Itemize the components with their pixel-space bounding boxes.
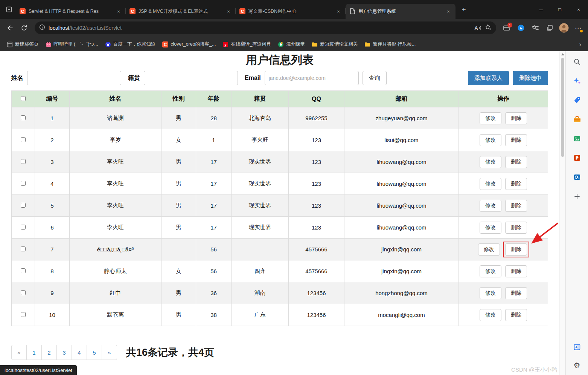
bookmark-item[interactable]: y在线翻译_有道词典 xyxy=(219,40,274,49)
row-checkbox[interactable] xyxy=(21,268,26,273)
column-header: QQ xyxy=(289,91,344,107)
row-edit-button[interactable]: 修改 xyxy=(480,112,501,124)
query-button[interactable]: 查询 xyxy=(363,71,387,85)
row-checkbox[interactable] xyxy=(21,203,26,208)
row-delete-button[interactable]: 删除 xyxy=(505,178,527,190)
row-edit-button[interactable]: 修改 xyxy=(480,156,501,168)
pagination-page[interactable]: 2 xyxy=(41,345,57,360)
pagination-page[interactable]: 4 xyxy=(72,345,87,360)
row-checkbox[interactable] xyxy=(21,246,26,251)
favorite-star-icon[interactable] xyxy=(485,24,492,32)
tab-close-icon[interactable]: × xyxy=(335,8,342,15)
row-checkbox[interactable] xyxy=(21,290,26,295)
row-delete-button[interactable]: 删除 xyxy=(505,200,527,212)
row-edit-button[interactable]: 修改 xyxy=(480,134,501,146)
row-edit-button[interactable]: 修改 xyxy=(480,200,501,212)
collections-icon[interactable] xyxy=(543,21,556,34)
bookmark-item[interactable]: Cclover_oreo的博客_... xyxy=(159,40,219,49)
row-delete-button[interactable]: 删除 xyxy=(505,287,527,299)
shopping-tag-icon[interactable] xyxy=(571,94,583,106)
row-checkbox[interactable] xyxy=(21,312,26,317)
profile-avatar[interactable] xyxy=(557,21,571,34)
row-edit-button[interactable]: 修改 xyxy=(480,309,501,321)
annotation-red-box: 删除 xyxy=(503,242,529,257)
read-aloud-icon[interactable]: A xyxy=(474,25,481,31)
select-all-checkbox[interactable] xyxy=(21,96,26,101)
close-button[interactable]: × xyxy=(569,0,588,19)
bookmark-item[interactable]: 潭州课堂 xyxy=(275,40,308,49)
bookmark-item[interactable]: 新建标签页 xyxy=(4,40,42,49)
toolbox-icon[interactable] xyxy=(571,113,583,126)
back-icon[interactable] xyxy=(3,21,17,34)
row-edit-button[interactable]: 修改 xyxy=(480,222,501,234)
row-edit-button[interactable]: 修改 xyxy=(480,178,501,190)
tab-close-icon[interactable]: × xyxy=(115,8,122,15)
row-delete-button[interactable]: 删除 xyxy=(505,222,527,234)
bookmark-item[interactable]: 新冠疫情论文相关 xyxy=(309,40,361,49)
row-checkbox[interactable] xyxy=(21,137,26,142)
bookmark-item[interactable]: 百度一下，你就知道 xyxy=(102,40,159,49)
maximize-button[interactable]: □ xyxy=(550,0,569,19)
copilot-icon[interactable] xyxy=(571,75,583,87)
tab-actions-menu-icon[interactable] xyxy=(3,3,15,15)
pagination-page[interactable]: 3 xyxy=(56,345,72,360)
name-input[interactable] xyxy=(27,71,121,85)
delete-selected-button[interactable]: 删除选中 xyxy=(513,71,548,85)
image-creator-icon[interactable] xyxy=(571,133,583,145)
add-tool-icon[interactable] xyxy=(571,190,583,202)
sidebar-search-icon[interactable] xyxy=(571,56,583,68)
address-bar[interactable]: localhost/test02/userListServlet A xyxy=(35,21,496,34)
row-delete-button[interactable]: 删除 xyxy=(505,156,527,168)
bookmark-label: 在线翻译_有道词典 xyxy=(231,41,271,47)
row-delete-button[interactable]: 删除 xyxy=(505,265,527,277)
cell-hometown: 现实世界 xyxy=(232,173,289,195)
bookmark-item[interactable]: 暂伴月将影 行乐须... xyxy=(361,40,419,49)
page-viewport: 用户信息列表 姓名 籍贯 Email 查询 添加联系人 删除选中 编号姓名性别年… xyxy=(0,51,588,375)
minimize-button[interactable]: ─ xyxy=(532,0,550,19)
settings-gear-icon[interactable]: ⚙ xyxy=(571,359,583,371)
hometown-input[interactable] xyxy=(144,71,238,85)
browser-tab[interactable]: CJSP & MVC开发模式 & EL表达式× xyxy=(126,4,236,19)
add-contact-button[interactable]: 添加联系人 xyxy=(468,71,509,85)
row-checkbox[interactable] xyxy=(21,225,26,230)
row-edit-button[interactable]: 修改 xyxy=(478,243,500,256)
scroll-up-icon[interactable] xyxy=(561,53,564,55)
bing-icon[interactable] xyxy=(514,21,528,34)
row-delete-button[interactable]: 删除 xyxy=(505,112,527,124)
settings-menu-icon[interactable]: ⋯ xyxy=(571,21,585,34)
pagination-page[interactable]: 5 xyxy=(87,345,102,360)
browser-tab[interactable]: CServlet & HTTP & Request & Res× xyxy=(16,4,126,19)
row-delete-button[interactable]: 删除 xyxy=(505,309,527,321)
row-checkbox[interactable] xyxy=(21,115,26,120)
tab-close-icon[interactable]: × xyxy=(225,8,232,15)
pagination-prev[interactable]: « xyxy=(11,345,27,360)
bookmark-item[interactable]: 哔哩哔哩 ( ゜-゜)つ... xyxy=(43,40,101,49)
pagination-page[interactable]: 1 xyxy=(26,345,42,360)
email-input[interactable] xyxy=(265,71,359,85)
row-delete-button[interactable]: 删除 xyxy=(505,243,527,256)
row-checkbox[interactable] xyxy=(21,181,26,186)
bookmarks-overflow-icon[interactable]: › xyxy=(576,41,584,48)
scrollbar[interactable] xyxy=(559,51,565,375)
row-checkbox[interactable] xyxy=(21,159,26,164)
cell-qq: 123456 xyxy=(289,304,344,326)
outlook-icon[interactable] xyxy=(571,171,583,183)
tab-close-icon[interactable]: × xyxy=(445,8,452,15)
cell-qq: 123 xyxy=(289,129,344,151)
bookmark-label: 哔哩哔哩 ( ゜-゜)つ... xyxy=(54,41,98,47)
office-icon[interactable] xyxy=(571,152,583,164)
scrollbar-thumb[interactable] xyxy=(561,58,564,157)
row-edit-button[interactable]: 修改 xyxy=(480,287,501,299)
new-tab-button[interactable]: + xyxy=(459,5,469,15)
site-info-icon[interactable] xyxy=(39,24,45,32)
pagination-next[interactable]: » xyxy=(102,345,117,360)
refresh-icon[interactable] xyxy=(17,21,31,34)
favorites-icon[interactable] xyxy=(529,21,542,34)
browser-tab[interactable]: 用户信息管理系统× xyxy=(346,4,455,19)
open-in-sidebar-icon[interactable] xyxy=(571,341,583,353)
row-delete-button[interactable]: 删除 xyxy=(505,134,527,146)
browser-tab[interactable]: C写文章-CSDN创作中心× xyxy=(236,4,346,19)
name-label: 姓名 xyxy=(11,74,23,82)
row-edit-button[interactable]: 修改 xyxy=(480,265,501,277)
wallet-icon[interactable]: 1 xyxy=(500,21,513,34)
